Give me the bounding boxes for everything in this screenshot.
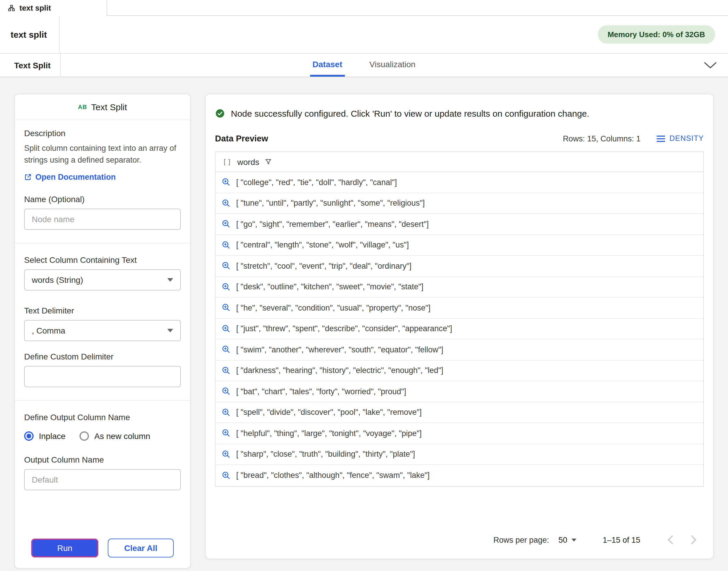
config-panel-title: Text Split (91, 102, 127, 112)
previous-page-icon[interactable] (667, 535, 673, 545)
filter-icon[interactable] (265, 158, 272, 165)
preview-toolbar: Data Preview Rows: 15, Columns: 1 DENSIT… (215, 134, 704, 143)
description-text: Split column containing text into an arr… (24, 143, 181, 166)
workflow-icon (8, 4, 15, 12)
output-mode-radio-group: Inplace As new column (24, 431, 181, 441)
rows-per-page-select[interactable]: 50 (558, 535, 577, 544)
delimiter-select-label: Text Delimiter (24, 306, 181, 315)
row-value: [ "bat", "chart", "tales", "forty", "wor… (236, 387, 406, 396)
open-documentation-link[interactable]: Open Documentation (24, 173, 181, 181)
zoom-in-icon[interactable] (222, 345, 231, 354)
tab-visualization[interactable]: Visualization (367, 53, 418, 77)
density-icon (656, 135, 665, 142)
zoom-in-icon[interactable] (222, 387, 231, 396)
zoom-in-icon[interactable] (222, 366, 231, 375)
section-divider (15, 400, 190, 401)
row-value: [ "swim", "another", "wherever", "south"… (236, 345, 443, 354)
radio-as-new-column-label: As new column (94, 431, 150, 441)
rows-columns-summary: Rows: 15, Columns: 1 (563, 134, 640, 143)
success-check-icon (215, 108, 225, 118)
row-value: [ "darkness", "hearing", "history", "ele… (236, 366, 443, 375)
next-page-icon[interactable] (691, 535, 697, 545)
run-button[interactable]: Run (31, 539, 98, 557)
config-panel-header: AB Text Split (15, 94, 190, 120)
description-heading: Description (24, 128, 181, 138)
pagination-range: 1–15 of 15 (602, 535, 640, 544)
row-value: [ "just", "threw", "spent", "describe", … (236, 324, 452, 333)
radio-inplace[interactable]: Inplace (24, 431, 65, 441)
table-body: [ "college", "red", "tie", "doll", "hard… (215, 172, 703, 486)
config-panel-body: Description Split column containing text… (15, 120, 190, 568)
zoom-in-icon[interactable] (222, 429, 231, 438)
row-value: [ "central", "length", "stone", "wolf", … (236, 241, 409, 249)
rows-per-page-label: Rows per page: (493, 535, 549, 544)
pagination-nav (667, 535, 697, 545)
zoom-in-icon[interactable] (222, 261, 231, 271)
row-value: [ "bread", "clothes", "although", "fence… (236, 471, 430, 480)
row-value: [ "helpful", "thing", "large", "tonight"… (236, 429, 422, 438)
caret-down-icon (167, 329, 173, 332)
row-value: [ "tune", "until", "partly", "sunlight",… (236, 199, 425, 208)
zoom-in-icon[interactable] (222, 178, 231, 187)
column-select[interactable]: words (String) (24, 269, 181, 290)
output-column-label: Output Column Name (24, 455, 181, 464)
zoom-in-icon[interactable] (222, 240, 231, 250)
workflow-tab[interactable]: text split (0, 0, 107, 16)
delimiter-select[interactable]: , Comma (24, 320, 181, 341)
node-name-input[interactable] (24, 208, 181, 230)
zoom-in-icon[interactable] (222, 282, 231, 292)
custom-delimiter-label: Define Custom Delimiter (24, 351, 181, 361)
status-message: Node successfully configured. Click 'Run… (231, 108, 589, 118)
workflow-tab-label: text split (19, 4, 51, 12)
header-divider (58, 16, 59, 53)
external-link-icon (24, 173, 32, 181)
subheader: Text Split Dataset Visualization (0, 53, 728, 77)
data-preview-table: [] words [ "college", "red", "tie", "dol… (215, 151, 704, 486)
table-row: [ "darkness", "hearing", "history", "ele… (215, 360, 703, 381)
collapse-panel-button[interactable] (703, 61, 717, 70)
zoom-in-icon[interactable] (222, 408, 231, 417)
row-value: [ "go", "sight", "remember", "earlier", … (236, 220, 429, 229)
radio-as-new-column-control (80, 431, 89, 441)
chevron-down-icon (703, 61, 717, 70)
node-label: Text Split (14, 61, 51, 70)
main-content: AB Text Split Description Split column c… (0, 77, 728, 571)
density-toggle[interactable]: DENSITY (656, 134, 704, 143)
table-row: [ "go", "sight", "remember", "earlier", … (215, 214, 703, 235)
zoom-in-icon[interactable] (222, 199, 231, 208)
row-value: [ "stretch", "cool", "event", "trip", "d… (236, 262, 411, 270)
column-select-value: words (String) (32, 275, 83, 284)
table-row: [ "helpful", "thing", "large", "tonight"… (215, 423, 703, 444)
zoom-in-icon[interactable] (222, 324, 231, 334)
zoom-in-icon[interactable] (222, 220, 231, 229)
tab-dataset[interactable]: Dataset (310, 53, 344, 77)
radio-inplace-control (24, 431, 33, 441)
zoom-in-icon[interactable] (222, 303, 231, 313)
table-row: [ "spell", "divide", "discover", "pool",… (215, 402, 703, 423)
table-row: [ "bat", "chart", "tales", "forty", "wor… (215, 381, 703, 402)
config-actions: Run Clear All (24, 529, 181, 568)
output-section-label: Define Output Column Name (24, 412, 181, 422)
view-tabs: Dataset Visualization (310, 53, 418, 77)
radio-as-new-column[interactable]: As new column (80, 431, 150, 441)
text-split-icon: AB (78, 104, 87, 110)
zoom-in-icon[interactable] (222, 450, 231, 459)
section-divider (15, 242, 190, 243)
tab-strip: text split (0, 0, 728, 16)
table-row: [ "stretch", "cool", "event", "trip", "d… (215, 256, 703, 277)
custom-delimiter-input[interactable] (24, 366, 181, 387)
data-preview-title: Data Preview (215, 134, 268, 143)
row-value: [ "spell", "divide", "discover", "pool",… (236, 408, 422, 417)
table-row: [ "sharp", "close", "truth", "building",… (215, 444, 703, 465)
zoom-in-icon[interactable] (222, 471, 231, 480)
density-label: DENSITY (670, 134, 704, 143)
table-row: [ "desk", "outline", "kitchen", "sweet",… (215, 277, 703, 298)
clear-all-button[interactable]: Clear All (108, 539, 174, 557)
output-column-input[interactable] (24, 469, 181, 490)
table-row: [ "swim", "another", "wherever", "south"… (215, 339, 703, 360)
delimiter-select-value: , Comma (32, 326, 65, 335)
column-header-words: words (237, 157, 260, 166)
header: text split Memory Used: 0% of 32GB (0, 16, 728, 53)
row-value: [ "college", "red", "tie", "doll", "hard… (236, 178, 397, 187)
open-documentation-label: Open Documentation (35, 173, 116, 181)
